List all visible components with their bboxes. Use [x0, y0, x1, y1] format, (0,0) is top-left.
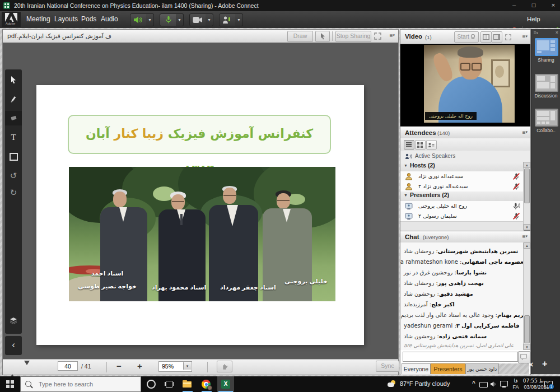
- layout-label-collaboration[interactable]: Collabo..: [531, 128, 560, 133]
- layout-thumb-collaboration[interactable]: [535, 109, 558, 127]
- pod-add-icon[interactable]: +: [542, 359, 547, 369]
- page-number-input[interactable]: [58, 361, 78, 371]
- attendees-scrollbar[interactable]: ▲ ▼: [523, 162, 530, 230]
- help-menu[interactable]: Help: [527, 16, 540, 22]
- layouts-close-icon[interactable]: ×: [556, 30, 558, 35]
- glasses-icon: [460, 63, 470, 71]
- task-view-icon[interactable]: [165, 380, 174, 389]
- breakout-view-button[interactable]: [415, 140, 426, 150]
- layouts-menu-icon[interactable]: ≡▾: [534, 30, 538, 35]
- search-input[interactable]: [38, 380, 135, 388]
- microphone-button[interactable]: [160, 13, 176, 26]
- attendees-pod-menu-icon[interactable]: ≡▾: [522, 129, 528, 136]
- attendee-row[interactable]: سلیمان رسولی ۲: [400, 211, 524, 222]
- page-up-button[interactable]: [10, 365, 15, 375]
- layers-button[interactable]: [5, 314, 22, 328]
- chrome-icon[interactable]: [202, 380, 211, 389]
- select-tool[interactable]: [5, 73, 22, 87]
- scroll-down-icon[interactable]: ▼: [524, 344, 530, 350]
- shape-tool[interactable]: [5, 149, 22, 164]
- grid-view-button[interactable]: [491, 31, 502, 43]
- glasses-icon: [472, 63, 482, 71]
- chat-message-list[interactable]: نسرین هدایتبخش شهرستانی: روحشان شاد معصو…: [400, 242, 530, 350]
- attendee-row[interactable]: روح اله خلیلی بروجنی: [400, 201, 524, 212]
- chat-input[interactable]: [403, 352, 518, 362]
- close-button[interactable]: ×: [546, 1, 560, 10]
- layout-label-sharing[interactable]: Sharing: [531, 57, 560, 63]
- action-center-icon[interactable]: 1: [544, 381, 553, 388]
- draw-button[interactable]: Draw: [287, 31, 313, 42]
- maximize-button[interactable]: □: [526, 1, 541, 10]
- pan-tool-button[interactable]: [217, 361, 232, 372]
- eraser-tool[interactable]: [5, 111, 22, 125]
- layout-thumb-discussion[interactable]: [535, 74, 558, 92]
- zoom-in-button[interactable]: +: [137, 361, 142, 371]
- scroll-down-icon[interactable]: ▼: [524, 224, 530, 230]
- speaker-button[interactable]: [130, 13, 147, 26]
- marker-tool[interactable]: [5, 92, 22, 106]
- slide-title-banner: کنفرانس آموزش فیزیک زیبا کنار آبان ۱۳۸۴: [68, 115, 331, 154]
- network-display-icon[interactable]: [500, 381, 508, 386]
- pod-close-icon[interactable]: ×: [529, 360, 533, 369]
- attendee-row[interactable]: سیدعبداله نوری نژاد ۲: [400, 181, 524, 192]
- layout-thumb-sharing[interactable]: [535, 38, 558, 56]
- menu-audio[interactable]: Audio: [101, 15, 118, 23]
- excel-active-tile[interactable]: X: [217, 376, 234, 392]
- status-view-button[interactable]: [426, 140, 437, 150]
- scrollbar-thumb[interactable]: [524, 169, 530, 203]
- status-dropdown[interactable]: ▾: [235, 13, 243, 26]
- menu-meeting[interactable]: Meeting: [26, 15, 50, 23]
- chat-tab-everyone[interactable]: Everyone: [402, 363, 431, 374]
- stop-sharing-button[interactable]: Stop Sharing: [335, 31, 371, 42]
- layout-label-discussion[interactable]: Discussion: [531, 93, 560, 99]
- weather-label[interactable]: 87°F Partly cloudy: [400, 380, 450, 387]
- scroll-up-icon[interactable]: ▲: [524, 242, 530, 249]
- file-explorer-icon[interactable]: [183, 380, 192, 389]
- toolbar-collapse-button[interactable]: ‹: [5, 336, 22, 355]
- attendee-row[interactable]: سیدعبداله نوری نژاد: [400, 171, 524, 182]
- chat-tab-presenters[interactable]: Presenters: [431, 363, 465, 374]
- text-tool[interactable]: T: [5, 130, 22, 144]
- hosts-group-header[interactable]: ▼Hosts (2): [400, 162, 524, 172]
- language-indicator[interactable]: فا FA: [511, 378, 521, 390]
- chat-tab-private[interactable]: داود حسن پور: [465, 363, 499, 374]
- page-down-button[interactable]: [24, 365, 30, 375]
- speaker-dropdown[interactable]: ▾: [146, 13, 154, 26]
- start-webcam-button[interactable]: Start: [454, 31, 479, 43]
- start-button[interactable]: [0, 376, 20, 392]
- volume-icon[interactable]: [490, 381, 497, 388]
- sync-button[interactable]: Sync: [376, 361, 399, 372]
- raise-hand-icon: [222, 16, 231, 24]
- presenters-group-header[interactable]: ▼Presenters (2): [400, 192, 524, 202]
- zoom-level-select[interactable]: 95% ▾: [158, 361, 192, 372]
- fullscreen-button[interactable]: [374, 32, 382, 43]
- webcam-dropdown[interactable]: ▾: [206, 13, 213, 26]
- share-pod-menu-icon[interactable]: ≡▾: [390, 32, 395, 39]
- microphone-dropdown[interactable]: ▾: [176, 13, 184, 26]
- tray-chevron-icon[interactable]: ^: [472, 380, 475, 386]
- zoom-out-button[interactable]: −: [116, 361, 122, 371]
- minimize-button[interactable]: –: [507, 1, 521, 10]
- undo-button[interactable]: ↺: [5, 169, 22, 184]
- menu-pods[interactable]: Pods: [81, 15, 96, 23]
- weather-icon: [388, 380, 396, 388]
- touch-keyboard-icon[interactable]: [479, 382, 488, 388]
- chat-scrollbar[interactable]: ▲ ▼: [523, 242, 530, 350]
- set-status-button[interactable]: [219, 13, 236, 26]
- cortana-icon[interactable]: [147, 380, 156, 389]
- redo-button[interactable]: ↻: [5, 186, 22, 200]
- chat-message: اکبر خلج: آمرزیده‌اند: [400, 299, 530, 310]
- filmstrip-view-button[interactable]: [480, 31, 492, 43]
- menu-layouts[interactable]: Layouts: [54, 15, 78, 23]
- webcam-button[interactable]: [189, 13, 206, 26]
- pointer-tool-button[interactable]: [315, 31, 330, 42]
- notification-badge: 1: [549, 384, 554, 389]
- taskbar-search[interactable]: [20, 376, 141, 392]
- chat-pod-menu-icon[interactable]: ≡▾: [522, 234, 528, 240]
- video-fullscreen-button[interactable]: [505, 33, 512, 43]
- scrollbar-thumb[interactable]: [524, 315, 530, 343]
- scroll-up-icon[interactable]: ▲: [524, 162, 530, 168]
- video-pod-menu-icon[interactable]: ≡▾: [522, 34, 528, 40]
- list-view-button[interactable]: [404, 140, 414, 150]
- chat-message: مهشید دقیق: روحشون شاد: [400, 288, 530, 299]
